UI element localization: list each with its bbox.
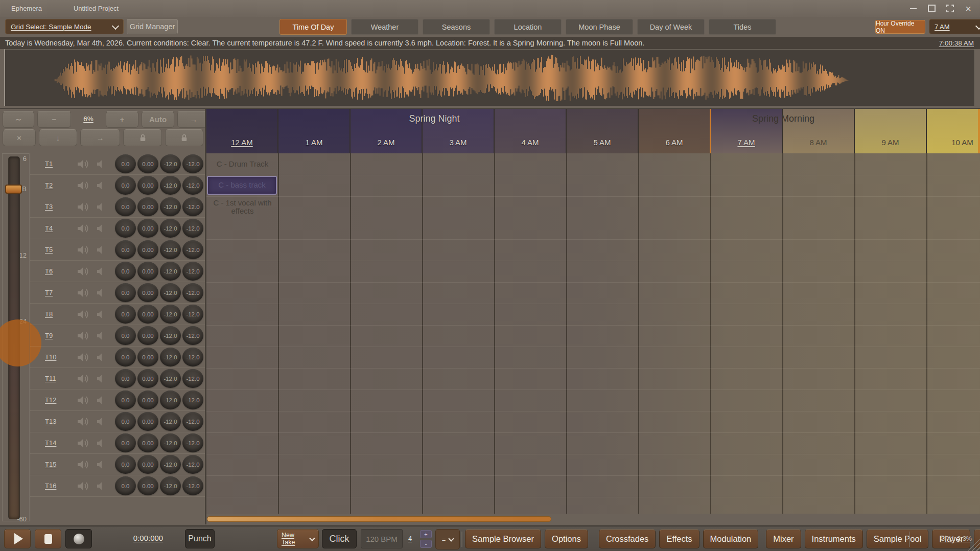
mute-icon[interactable] bbox=[96, 439, 105, 448]
volume-icon[interactable] bbox=[77, 352, 90, 363]
tab-time-of-day[interactable]: Time Of Day bbox=[279, 19, 347, 35]
crossfades-button[interactable]: Crossfades bbox=[599, 530, 656, 548]
volume-icon[interactable] bbox=[77, 438, 90, 449]
track-knob-1[interactable]: 0.0 bbox=[115, 219, 136, 238]
track-knob-2[interactable]: 0.00 bbox=[137, 348, 158, 366]
track-knob-2[interactable]: 0.00 bbox=[137, 369, 158, 388]
lock-icon[interactable] bbox=[123, 129, 162, 146]
track-knob-3[interactable]: -12.0 bbox=[160, 283, 181, 302]
track-knob-2[interactable]: 0.00 bbox=[137, 176, 158, 195]
track-knob-1[interactable]: 0.0 bbox=[115, 305, 136, 324]
fullscreen-button[interactable] bbox=[945, 4, 954, 13]
track-knob-3[interactable]: -12.0 bbox=[160, 412, 181, 431]
track-label-t6[interactable]: T6 bbox=[45, 267, 59, 275]
arrow-down-icon[interactable]: ↓ bbox=[39, 129, 77, 146]
track-knob-4[interactable]: -12.0 bbox=[182, 219, 203, 238]
track-knob-4[interactable]: -12.0 bbox=[182, 283, 203, 302]
track-knob-4[interactable]: -12.0 bbox=[182, 391, 203, 409]
track-knob-2[interactable]: 0.00 bbox=[137, 476, 158, 495]
sequencer-grid[interactable]: C - Drum TrackC - bass trackC - 1st voca… bbox=[206, 153, 980, 514]
track-knob-1[interactable]: 0.0 bbox=[115, 240, 136, 259]
minimize-button[interactable] bbox=[908, 4, 918, 13]
tab-weather[interactable]: Weather bbox=[351, 19, 418, 35]
mute-icon[interactable] bbox=[96, 267, 105, 276]
track-label-t8[interactable]: T8 bbox=[45, 310, 59, 318]
lock-icon[interactable] bbox=[165, 129, 203, 146]
mute-icon[interactable] bbox=[96, 396, 105, 405]
track-knob-2[interactable]: 0.00 bbox=[137, 412, 158, 431]
clip-c-drum-track[interactable]: C - Drum Track bbox=[207, 154, 277, 174]
track-label-t5[interactable]: T5 bbox=[45, 246, 59, 254]
track-knob-4[interactable]: -12.0 bbox=[182, 305, 203, 324]
track-knob-1[interactable]: 0.0 bbox=[115, 283, 136, 302]
mute-icon[interactable] bbox=[96, 417, 105, 426]
volume-icon[interactable] bbox=[77, 287, 90, 299]
track-knob-1[interactable]: 0.0 bbox=[115, 154, 136, 173]
menu-untitled-project[interactable]: Untitled Project bbox=[74, 5, 119, 12]
track-knob-4[interactable]: -12.0 bbox=[182, 412, 203, 431]
mute-icon[interactable] bbox=[96, 181, 105, 190]
track-knob-4[interactable]: -12.0 bbox=[182, 455, 203, 474]
tab-moon-phase[interactable]: Moon Phase bbox=[566, 19, 633, 35]
horizontal-scrollbar[interactable] bbox=[206, 514, 980, 525]
volume-icon[interactable] bbox=[77, 180, 90, 191]
track-knob-2[interactable]: 0.00 bbox=[137, 326, 158, 345]
track-knob-4[interactable]: -12.0 bbox=[182, 197, 203, 216]
modulation-button[interactable]: Modulation bbox=[703, 530, 759, 548]
click-button[interactable]: Click bbox=[322, 529, 357, 548]
zoom-out-icon[interactable]: − bbox=[37, 111, 71, 128]
mute-icon[interactable] bbox=[96, 245, 105, 255]
hour-header-1-am[interactable]: 1 AM bbox=[278, 109, 351, 153]
track-knob-2[interactable]: 0.00 bbox=[137, 219, 158, 238]
track-knob-4[interactable]: -12.0 bbox=[182, 348, 203, 366]
track-knob-1[interactable]: 0.0 bbox=[115, 326, 136, 345]
track-knob-4[interactable]: -12.0 bbox=[182, 176, 203, 195]
track-knob-1[interactable]: 0.0 bbox=[115, 455, 136, 474]
play-button[interactable] bbox=[4, 529, 31, 548]
auto-button[interactable]: Auto bbox=[142, 111, 174, 128]
track-knob-2[interactable]: 0.00 bbox=[137, 262, 158, 281]
stop-button[interactable] bbox=[35, 529, 61, 548]
mute-icon[interactable] bbox=[96, 202, 105, 212]
tab-seasons[interactable]: Seasons bbox=[423, 19, 490, 35]
volume-icon[interactable] bbox=[77, 309, 90, 320]
track-knob-3[interactable]: -12.0 bbox=[160, 369, 181, 388]
sample-pool-button[interactable]: Sample Pool bbox=[867, 530, 929, 548]
hour-header-12-am[interactable]: 12 AM bbox=[206, 109, 278, 153]
track-label-t11[interactable]: T11 bbox=[45, 375, 59, 382]
track-label-t15[interactable]: T15 bbox=[45, 461, 59, 468]
volume-icon[interactable] bbox=[77, 395, 90, 406]
track-knob-1[interactable]: 0.0 bbox=[115, 476, 136, 495]
track-knob-3[interactable]: -12.0 bbox=[160, 219, 181, 238]
menu-ephemera[interactable]: Ephemera bbox=[11, 5, 42, 12]
track-knob-1[interactable]: 0.0 bbox=[115, 348, 136, 366]
track-knob-3[interactable]: -12.0 bbox=[160, 326, 181, 345]
cpu-meter[interactable]: CPU: 2.3% bbox=[940, 535, 972, 542]
track-knob-3[interactable]: -12.0 bbox=[160, 197, 181, 216]
decrement-button[interactable]: - bbox=[420, 540, 432, 548]
track-knob-3[interactable]: -12.0 bbox=[160, 348, 181, 366]
playhead[interactable] bbox=[710, 109, 711, 153]
volume-icon[interactable] bbox=[77, 158, 90, 170]
track-knob-4[interactable]: -12.0 bbox=[182, 326, 203, 345]
volume-icon[interactable] bbox=[77, 459, 90, 470]
hour-header-4-am[interactable]: 4 AM bbox=[495, 109, 567, 153]
track-knob-1[interactable]: 0.0 bbox=[115, 262, 136, 281]
grid-select-dropdown[interactable]: Grid Select: Sample Mode bbox=[5, 19, 124, 34]
close-icon[interactable]: × bbox=[3, 129, 36, 146]
mute-icon[interactable] bbox=[96, 288, 105, 297]
tab-tides[interactable]: Tides bbox=[709, 19, 776, 35]
track-knob-3[interactable]: -12.0 bbox=[160, 476, 181, 495]
track-knob-2[interactable]: 0.00 bbox=[137, 433, 158, 452]
hour-header-6-am[interactable]: 6 AM bbox=[639, 109, 711, 153]
track-knob-4[interactable]: -12.0 bbox=[182, 154, 203, 173]
track-knob-4[interactable]: -12.0 bbox=[182, 369, 203, 388]
track-knob-1[interactable]: 0.0 bbox=[115, 412, 136, 431]
increment-button[interactable]: + bbox=[420, 530, 432, 538]
hour-header-5-am[interactable]: 5 AM bbox=[567, 109, 639, 153]
track-knob-2[interactable]: 0.00 bbox=[137, 391, 158, 409]
clock[interactable]: 7:00:38 AM bbox=[939, 39, 974, 47]
track-knob-1[interactable]: 0.0 bbox=[115, 369, 136, 388]
tab-location[interactable]: Location bbox=[494, 19, 562, 35]
track-knob-2[interactable]: 0.00 bbox=[137, 455, 158, 474]
